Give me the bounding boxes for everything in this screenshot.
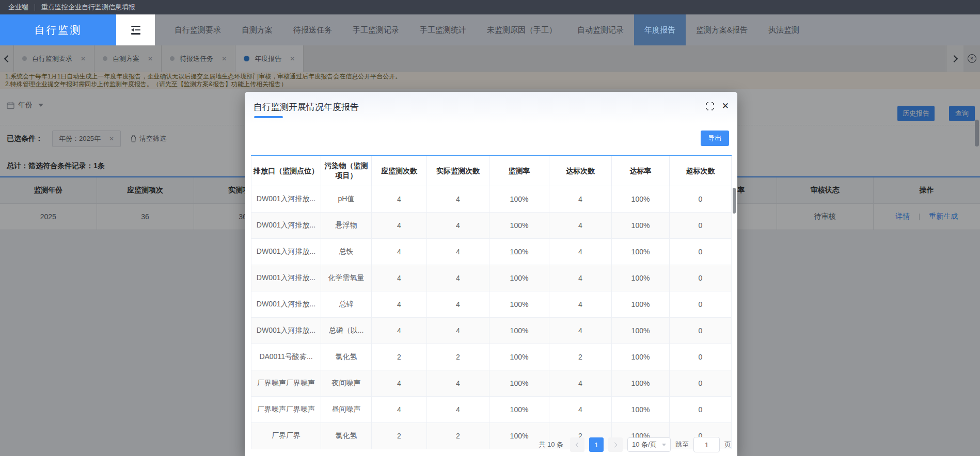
table-cell: DW001入河排放... [251,239,321,265]
table-row: DW001入河排放...总磷（以...44100%4100%0 [251,318,732,344]
column-header: 达标次数 [549,155,612,186]
modal-close-button[interactable] [722,102,729,110]
table-row: DA0011号酸雾...氯化氢22100%2100%0 [251,344,732,370]
prev-page-button[interactable] [570,437,584,452]
nav-tab-unmonitored-reason[interactable]: 未监测原因（手工） [477,14,567,45]
table-cell: 0 [670,370,732,397]
table-cell: 总铁 [321,239,372,265]
table-cell: 4 [427,265,489,291]
table-cell: 2 [372,344,427,370]
column-header: 排放口（监测点位） [251,155,321,186]
table-cell: 4 [549,239,612,265]
page-size-select[interactable]: 10 条/页 [627,437,671,452]
table-row: DW001入河排放...悬浮物44100%4100%0 [251,213,732,239]
nav-tab-self-test-plan[interactable]: 自测方案 [231,14,283,45]
topbar: 企业端 重点监控企业自行监测信息填报 [0,0,980,14]
table-cell: 4 [427,186,489,213]
table-cell: 4 [549,291,612,318]
table-cell: 4 [372,370,427,397]
column-header: 达标率 [612,155,670,186]
table-cell: 4 [427,370,489,397]
close-icon [722,102,729,110]
table-cell: 2 [427,423,489,449]
nav-tab-auto-records[interactable]: 自动监测记录 [567,14,634,45]
column-header: 应监测次数 [372,155,427,186]
table-cell: 4 [549,397,612,423]
table-cell: DW001入河排放... [251,318,321,344]
table-cell: 厂界厂界 [251,423,321,449]
table-cell: 4 [549,370,612,397]
table-cell: 100% [612,239,670,265]
table-cell: 100% [489,186,549,213]
nav-tab-annual-report[interactable]: 年度报告 [634,14,686,45]
table-cell: 化学需氧量 [321,265,372,291]
fullscreen-button[interactable] [706,102,714,110]
table-cell: 4 [427,318,489,344]
table-cell: 4 [372,239,427,265]
modal-header: 自行监测开展情况年度报告 [245,92,737,124]
table-cell: 4 [549,213,612,239]
modal-scrollbar-thumb[interactable] [733,188,736,214]
table-cell: 总锌 [321,291,372,318]
table-cell: 氯化氢 [321,344,372,370]
modal-title: 自行监测开展情况年度报告 [254,101,359,113]
table-cell: 4 [549,265,612,291]
table-cell: 100% [489,397,549,423]
page-unit-label: 页 [724,440,731,449]
nav-tab-self-monitoring-requirements[interactable]: 自行监测要求 [164,14,231,45]
table-cell: 0 [670,318,732,344]
table-cell: 100% [489,239,549,265]
collapse-menu-button[interactable] [116,14,155,45]
page-title: 重点监控企业自行监测信息填报 [41,3,135,12]
nav-tab-manual-records[interactable]: 手工监测记录 [342,14,409,45]
table-cell: 100% [612,265,670,291]
table-cell: 4 [372,213,427,239]
page-scrollbar-thumb[interactable] [975,120,979,146]
pagination: 共 10 条 1 10 条/页 跳至 页 [539,437,731,452]
table-cell: 2 [372,423,427,449]
table-cell: 100% [612,291,670,318]
table-cell: 100% [612,213,670,239]
chevron-left-icon [576,442,581,447]
table-cell: 4 [372,186,427,213]
table-cell: 4 [372,397,427,423]
module-title: 自行监测 [0,14,116,45]
table-row: 厂界噪声厂界噪声昼间噪声44100%4100%0 [251,397,732,423]
monitoring-report-table: 排放口（监测点位） 污染物（监测项目） 应监测次数 实际监测次数 监测率 达标次… [251,155,732,449]
table-cell: 厂界噪声厂界噪声 [251,397,321,423]
table-cell: 2 [549,344,612,370]
table-cell: 100% [612,318,670,344]
table-cell: 氯化氢 [321,423,372,449]
table-row: 厂界噪声厂界噪声夜间噪声44100%4100%0 [251,370,732,397]
table-row: DW001入河排放...总锌44100%4100%0 [251,291,732,318]
chevron-right-icon [612,442,618,447]
table-cell: 0 [670,265,732,291]
page-size-value: 10 条/页 [632,440,657,449]
collapse-menu-icon [131,26,140,35]
nav-tab-enforcement[interactable]: 执法监测 [758,14,810,45]
export-button[interactable]: 导出 [701,131,729,146]
pagination-total: 共 10 条 [539,440,563,449]
table-cell: 悬浮物 [321,213,372,239]
table-cell: 100% [612,397,670,423]
table-cell: DA0011号酸雾... [251,344,321,370]
column-header: 污染物（监测项目） [321,155,372,186]
nav-tabs: 自行监测要求 自测方案 待报送任务 手工监测记录 手工监测统计 未监测原因（手工… [155,14,980,45]
table-cell: 100% [489,291,549,318]
table-cell: 4 [372,265,427,291]
table-cell: 100% [489,344,549,370]
annual-report-modal: 自行监测开展情况年度报告 导出 排放口（监测点位 [245,92,737,456]
jump-page-input[interactable] [693,437,720,452]
nav-tab-pending-tasks[interactable]: 待报送任务 [283,14,342,45]
table-cell: DW001入河排放... [251,186,321,213]
current-page-button[interactable]: 1 [589,437,604,452]
table-cell: 0 [670,291,732,318]
main-navbar: 自行监测 自行监测要求 自测方案 待报送任务 手工监测记录 手工监测统计 未监测… [0,14,980,45]
nav-tab-manual-stats[interactable]: 手工监测统计 [409,14,477,45]
table-cell: 100% [489,265,549,291]
next-page-button[interactable] [608,437,623,452]
table-cell: 100% [612,344,670,370]
table-cell: 0 [670,397,732,423]
nav-tab-plan-and-report[interactable]: 监测方案&报告 [686,14,758,45]
table-cell: 100% [612,370,670,397]
